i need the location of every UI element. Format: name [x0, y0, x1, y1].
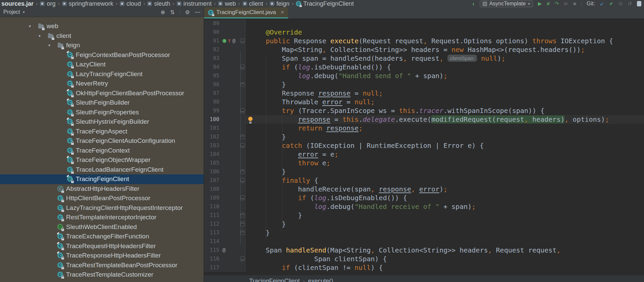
- fold-collapse-icon[interactable]: [240, 178, 245, 183]
- code-text[interactable]: if (clientSpan != null) {: [246, 263, 644, 272]
- code-line[interactable]: 106 }: [204, 167, 644, 176]
- run-with-coverage-icon[interactable]: #: [547, 0, 549, 7]
- code-text[interactable]: Span handleSend(Map<String, Collection<S…: [246, 246, 644, 255]
- git-commit-icon[interactable]: ✔: [609, 0, 613, 7]
- fold-collapse-icon[interactable]: [240, 65, 245, 69]
- code-line[interactable]: 110 log.debug("Handled receive of " + sp…: [204, 202, 644, 211]
- code-text[interactable]: response = this.delegate.execute(modifie…: [246, 115, 644, 124]
- tree-item[interactable]: CFeignContextBeanPostProcessor: [0, 50, 204, 60]
- breadcrumb-item[interactable]: web: [218, 0, 236, 7]
- collapse-all-button[interactable]: ⇅: [170, 9, 174, 15]
- code-line[interactable]: 108 handleReceive(span, response, error)…: [204, 185, 644, 193]
- code-text[interactable]: if (log.isDebugEnabled()) {: [246, 193, 644, 202]
- code-text[interactable]: Throwable error = null;: [246, 98, 644, 106]
- breadcrumb-item[interactable]: org: [40, 0, 55, 7]
- code-text[interactable]: [246, 237, 644, 246]
- expand-arrow-icon[interactable]: ▾: [29, 24, 35, 29]
- git-update-icon[interactable]: ↙: [600, 0, 604, 7]
- code-line[interactable]: 96 }: [204, 80, 644, 89]
- tree-item[interactable]: CRestTemplateInterceptorInjector: [0, 213, 204, 222]
- run-icon[interactable]: ▶: [538, 0, 542, 7]
- code-text[interactable]: try (Tracer.SpanInScope ws = this.tracer…: [246, 106, 644, 115]
- fold-end-icon[interactable]: [240, 169, 245, 174]
- tree-item[interactable]: CSleuthFeignProperties: [0, 108, 204, 117]
- tree-item[interactable]: CTraceFeignAspect: [0, 127, 204, 136]
- breadcrumb-item[interactable]: instrument: [177, 0, 212, 7]
- tree-item[interactable]: CNeverRetry: [0, 79, 204, 89]
- tree-item[interactable]: CLazyTracingFeignClient: [0, 69, 204, 79]
- locate-file-button[interactable]: ⊕: [161, 9, 165, 15]
- chevron-down-icon[interactable]: ▾: [23, 10, 25, 14]
- tree-item[interactable]: CLazyTracingClientHttpRequestInterceptor: [0, 203, 204, 213]
- code-text[interactable]: Span clientSpan) {: [246, 255, 644, 263]
- tree-item[interactable]: CTraceRestTemplateCustomizer: [0, 270, 204, 280]
- fold-collapse-icon[interactable]: [240, 39, 245, 43]
- code-line[interactable]: 95 log.debug("Handled send of " + span);: [204, 71, 644, 80]
- tree-item[interactable]: CTraceFeignContext: [0, 146, 204, 156]
- tab-tracingfeignclient[interactable]: C TracingFeignClient.java ×: [204, 7, 288, 18]
- code-text[interactable]: log.debug("Handled receive of " + span);: [246, 202, 644, 211]
- code-line[interactable]: 113 }: [204, 228, 644, 237]
- fold-end-icon[interactable]: [240, 134, 245, 139]
- fold-end-icon[interactable]: [240, 230, 245, 235]
- code-text[interactable]: Response response = null;: [246, 89, 644, 98]
- code-text[interactable]: catch (IOException | RuntimeException | …: [246, 141, 644, 150]
- breadcrumb-item[interactable]: client: [243, 0, 263, 7]
- code-text[interactable]: return response;: [246, 124, 644, 132]
- gear-icon[interactable]: ⚙: [185, 9, 190, 15]
- breadcrumb-item[interactable]: sources.jar: [1, 0, 34, 7]
- code-text[interactable]: }: [246, 167, 644, 176]
- project-tree[interactable]: ▾web▾client▾feignCFeignContextBeanPostPr…: [0, 17, 204, 282]
- code-text[interactable]: Map<String, Collection<String>> headers …: [246, 45, 644, 54]
- code-line[interactable]: 101 return response;: [204, 124, 644, 132]
- run-configuration-select[interactable]: AsyncTemplate ▾: [480, 0, 533, 7]
- fold-collapse-icon[interactable]: [240, 143, 245, 148]
- implements-arrow-icon[interactable]: ↑: [227, 39, 231, 43]
- code-text[interactable]: Span span = handleSend(headers, request,…: [246, 54, 644, 63]
- breadcrumb-item[interactable]: sleuth: [147, 0, 170, 7]
- code-text[interactable]: public Response execute(Request request,…: [246, 37, 644, 45]
- fold-end-icon[interactable]: [240, 222, 245, 226]
- code-text[interactable]: [246, 19, 644, 28]
- fold-end-icon[interactable]: [240, 82, 245, 87]
- tree-item[interactable]: CAbstractHttpHeadersFilter: [0, 184, 204, 194]
- code-line[interactable]: 103 catch (IOException | RuntimeExceptio…: [204, 141, 644, 150]
- code-text[interactable]: @Override: [246, 28, 644, 37]
- tree-item[interactable]: @SleuthWebClientEnabled: [0, 222, 204, 232]
- tree-item[interactable]: CTraceFeignObjectWrapper: [0, 155, 204, 165]
- breadcrumb-item[interactable]: cloud: [120, 0, 141, 7]
- code-text[interactable]: error = e;: [246, 150, 644, 159]
- fold-collapse-icon[interactable]: [240, 195, 245, 200]
- code-line[interactable]: 114: [204, 237, 644, 246]
- code-text[interactable]: }: [246, 80, 644, 89]
- hide-panel-button[interactable]: —: [195, 9, 200, 15]
- code-line[interactable]: 102 }: [204, 132, 644, 141]
- tree-item[interactable]: CTraceRestTemplateBeanPostProcessor: [0, 261, 204, 270]
- tree-item[interactable]: CHttpClientBeanPostProcessor: [0, 193, 204, 203]
- code-line[interactable]: 94 if (log.isDebugEnabled()) {: [204, 63, 644, 71]
- code-text[interactable]: }: [246, 220, 644, 228]
- tree-item[interactable]: ▾client: [0, 31, 204, 41]
- code-line[interactable]: 93 Span span = handleSend(headers, reque…: [204, 54, 644, 63]
- code-text[interactable]: }: [246, 211, 644, 220]
- breadcrumb-class[interactable]: TracingFeignClient: [249, 278, 300, 282]
- tree-item[interactable]: CTraceResponseHttpHeadersFilter: [0, 251, 204, 261]
- tree-item[interactable]: CTraceExchangeFilterFunction: [0, 232, 204, 241]
- breadcrumb-item[interactable]: feign: [270, 0, 289, 7]
- code-line[interactable]: 116 Span clientSpan) {: [204, 255, 644, 263]
- breadcrumb-method[interactable]: execute(): [308, 278, 333, 282]
- navigate-back-icon[interactable]: ‹: [472, 0, 474, 7]
- code-line[interactable]: 92 Map<String, Collection<String>> heade…: [204, 45, 644, 54]
- fold-end-icon[interactable]: [240, 213, 245, 218]
- breadcrumb-item[interactable]: CTracingFeignClient: [296, 0, 354, 7]
- tree-item[interactable]: ▾web: [0, 21, 204, 31]
- tree-item[interactable]: CTraceLoadBalancerFeignClient: [0, 165, 204, 175]
- code-line[interactable]: 89: [204, 19, 644, 28]
- code-line[interactable]: 104 error = e;: [204, 150, 644, 159]
- tree-item[interactable]: CSleuthFeignBuilder: [0, 98, 204, 108]
- intention-bulb-icon[interactable]: [248, 117, 253, 121]
- tree-item[interactable]: CTraceRequestHttpHeadersFilter: [0, 241, 204, 251]
- code-line[interactable]: 90 @Override: [204, 28, 644, 37]
- code-line[interactable]: 97 Response response = null;: [204, 89, 644, 98]
- code-line[interactable]: 98 Throwable error = null;: [204, 98, 644, 106]
